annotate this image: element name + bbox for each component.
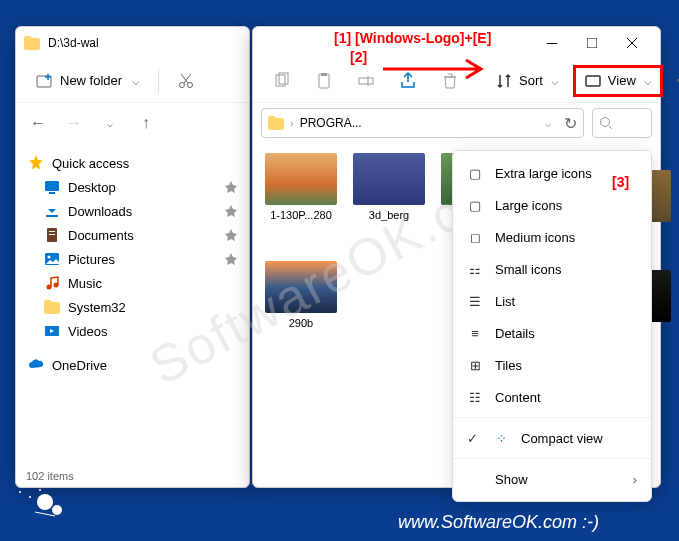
dropdown-list[interactable]: ☰List <box>453 285 651 317</box>
pictures-icon <box>44 251 60 267</box>
pin-icon <box>225 205 237 217</box>
square-icon: ◻ <box>467 229 483 245</box>
view-dropdown: ▢Extra large icons ▢Large icons ◻Medium … <box>452 150 652 502</box>
pin-icon <box>225 181 237 193</box>
svg-rect-19 <box>359 78 373 84</box>
svg-point-2 <box>188 82 193 87</box>
sidebar-item-downloads[interactable]: Downloads <box>16 199 249 223</box>
dropdown-medium-icons[interactable]: ◻Medium icons <box>453 221 651 253</box>
minimize-icon <box>547 43 557 44</box>
paste-button[interactable] <box>305 66 343 96</box>
view-label: View <box>608 73 636 88</box>
svg-rect-4 <box>49 192 55 194</box>
more-button[interactable]: ••• <box>667 67 679 94</box>
dropdown-small-icons[interactable]: ⚏Small icons <box>453 253 651 285</box>
new-folder-button[interactable]: New folder ⌵ <box>26 66 150 96</box>
content-area: Quick access Desktop Downloads Documents… <box>16 143 249 467</box>
breadcrumb-segment[interactable]: PROGRA... <box>300 116 362 130</box>
maximize-button[interactable] <box>572 27 612 59</box>
search-icon <box>599 116 613 130</box>
window-title: D:\3d-wal <box>48 36 99 50</box>
sidebar-onedrive[interactable]: OneDrive <box>16 353 249 377</box>
dd-label: Details <box>495 326 535 341</box>
dropdown-large-icons[interactable]: ▢Large icons <box>453 189 651 221</box>
sidebar-item-system32[interactable]: System32 <box>16 295 249 319</box>
recent-dropdown[interactable]: ⌵ <box>96 109 124 137</box>
annotation-2: [2] <box>350 49 367 65</box>
file-label: 3d_berg <box>369 209 409 222</box>
pin-icon <box>225 253 237 265</box>
thumbnail <box>353 153 425 205</box>
dropdown-details[interactable]: ≡Details <box>453 317 651 349</box>
rename-icon <box>357 72 375 90</box>
file-label: 290b <box>289 317 313 330</box>
svg-rect-14 <box>587 38 597 48</box>
dd-label: Small icons <box>495 262 561 277</box>
close-button[interactable] <box>612 27 652 59</box>
toolbar: New folder ⌵ <box>16 59 249 103</box>
copy-button[interactable] <box>263 66 301 96</box>
address-bar[interactable]: › PROGRA... ⌵ ↻ <box>261 108 584 138</box>
new-folder-label: New folder <box>60 73 122 88</box>
thumbnail <box>265 153 337 205</box>
file-item[interactable]: 290b <box>263 261 339 330</box>
downloads-icon <box>44 203 60 219</box>
file-item[interactable]: 1-130P...280 <box>263 153 339 249</box>
file-item[interactable]: 3d_berg <box>351 153 427 249</box>
chevron-down-icon[interactable]: ⌵ <box>545 117 552 130</box>
list-icon: ☰ <box>467 293 483 309</box>
sidebar-item-videos[interactable]: Videos <box>16 319 249 343</box>
sidebar-label: Downloads <box>68 204 132 219</box>
separator <box>158 69 159 93</box>
sidebar-item-music[interactable]: Music <box>16 271 249 295</box>
dropdown-compact-view[interactable]: ✓⁘Compact view <box>453 422 651 454</box>
svg-point-25 <box>39 489 41 491</box>
dd-label: List <box>495 294 515 309</box>
quick-access-label: Quick access <box>52 156 129 171</box>
minimize-button[interactable] <box>532 27 572 59</box>
explorer-window-left: D:\3d-wal New folder ⌵ ← → ⌵ ↑ Quick acc… <box>15 26 250 488</box>
sidebar-item-pictures[interactable]: Pictures <box>16 247 249 271</box>
paste-icon <box>315 72 333 90</box>
up-button[interactable]: ↑ <box>132 109 160 137</box>
chevron-down-icon: ⌵ <box>551 73 559 88</box>
sidebar-item-documents[interactable]: Documents <box>16 223 249 247</box>
grid-icon: ⚏ <box>467 261 483 277</box>
dd-label: Extra large icons <box>495 166 592 181</box>
documents-icon <box>44 227 60 243</box>
cut-button[interactable] <box>167 66 205 96</box>
svg-rect-13 <box>547 43 557 44</box>
navbar: › PROGRA... ⌵ ↻ <box>253 103 660 143</box>
annotation-1: [1] [Windows-Logo]+[E] <box>334 30 491 46</box>
sidebar-label: Desktop <box>68 180 116 195</box>
refresh-button[interactable]: ↻ <box>564 114 577 133</box>
svg-point-27 <box>37 494 53 510</box>
svg-rect-20 <box>586 76 600 86</box>
dropdown-tiles[interactable]: ⊞Tiles <box>453 349 651 381</box>
svg-rect-17 <box>319 74 329 88</box>
view-button[interactable]: View ⌵ <box>573 65 663 97</box>
svg-rect-7 <box>49 234 55 235</box>
sidebar-item-desktop[interactable]: Desktop <box>16 175 249 199</box>
sidebar-quick-access[interactable]: Quick access <box>16 151 249 175</box>
svg-point-22 <box>24 481 26 483</box>
window-controls <box>532 27 652 59</box>
scissors-icon <box>177 72 195 90</box>
new-folder-icon <box>36 72 54 90</box>
chevron-right-icon: › <box>633 472 637 487</box>
footer-text: www.SoftwareOK.com :-) <box>398 512 599 533</box>
sidebar-label: System32 <box>68 300 126 315</box>
dropdown-show[interactable]: Show› <box>453 463 651 495</box>
back-button[interactable]: ← <box>24 109 52 137</box>
folder-icon <box>24 36 40 50</box>
chevron-down-icon: ⌵ <box>132 73 140 88</box>
onedrive-label: OneDrive <box>52 358 107 373</box>
svg-point-28 <box>52 505 62 515</box>
svg-rect-18 <box>321 73 327 76</box>
tiles-icon: ⊞ <box>467 357 483 373</box>
forward-button[interactable]: → <box>60 109 88 137</box>
titlebar: D:\3d-wal <box>16 27 249 59</box>
search-input[interactable] <box>592 108 652 138</box>
dropdown-content[interactable]: ☷Content <box>453 381 651 413</box>
sidebar-label: Videos <box>68 324 108 339</box>
